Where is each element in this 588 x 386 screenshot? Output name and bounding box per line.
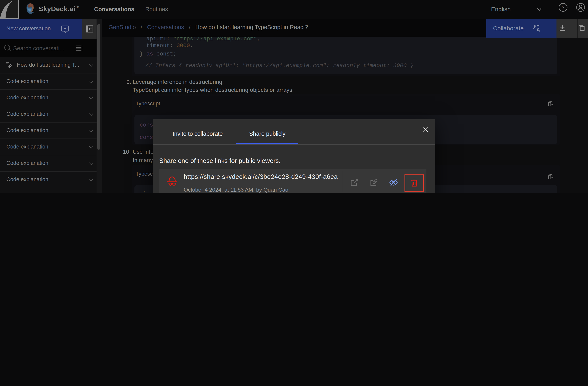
svg-text:?: ? <box>562 5 564 10</box>
